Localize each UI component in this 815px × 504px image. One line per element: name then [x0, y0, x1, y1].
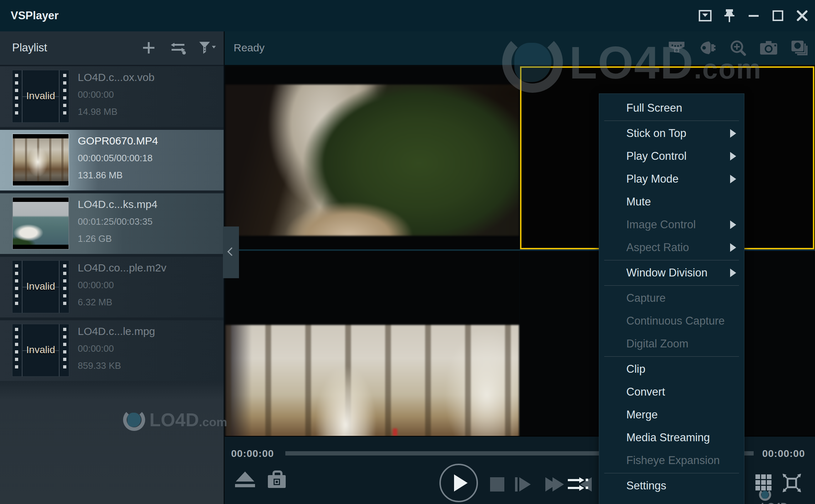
playlist-item[interactable]: Invalid LO4D.c...le.mpg 00:00:00 859.33 … [0, 320, 224, 381]
media-file-name: LO4D.c...le.mpg [78, 325, 155, 337]
playlist-panel: Playlist Invalid LO4D.c...ox.vob [0, 31, 225, 504]
chevron-left-icon [227, 247, 236, 256]
menu-item-clip[interactable]: Clip [599, 358, 744, 381]
menu-item-convert[interactable]: Convert [599, 381, 744, 403]
window-division-grid-button[interactable] [753, 472, 773, 492]
menu-item-capture: Capture [599, 287, 744, 310]
media-file-name: LO4D.c...ox.vob [78, 71, 154, 83]
fast-forward-icon [552, 477, 564, 492]
menu-separator [604, 260, 739, 260]
menu-item-mute[interactable]: Mute [599, 190, 744, 213]
menu-item-stick-on-top[interactable]: Stick on Top [599, 122, 744, 145]
menu-separator [604, 285, 739, 286]
menu-item-file-information: File Information [599, 497, 744, 504]
submenu-arrow-icon [730, 129, 736, 138]
step-forward-icon [519, 477, 531, 492]
eject-icon [236, 472, 254, 482]
media-file-size: 14.98 MB [78, 106, 117, 117]
playlist-item-active[interactable]: LO4D.c...ks.mp4 00:01:25/00:03:35 1.26 G… [0, 193, 224, 254]
camera-side-icon[interactable] [697, 38, 717, 58]
step-forward-button[interactable] [512, 474, 534, 495]
menu-separator [604, 473, 739, 473]
invalid-badge: Invalid [12, 90, 69, 102]
minimize-icon[interactable] [746, 8, 761, 24]
invalid-badge: Invalid [12, 281, 69, 292]
cathedral-video-thumbnail [12, 133, 69, 186]
film-strip-invalid-thumbnail: Invalid [12, 260, 69, 313]
media-file-size: 131.86 MB [78, 170, 123, 181]
media-position: 00:01:25/00:03:35 [78, 216, 153, 227]
film-strip-invalid-thumbnail: Invalid [12, 324, 69, 377]
context-menu: Full Screen Stick on Top Play Control Pl… [599, 93, 744, 504]
playlist-item-selected[interactable]: GOPR0670.MP4 00:00:05/00:00:18 131.86 MB [0, 130, 224, 190]
menu-item-continuous-capture: Continuous Capture [599, 310, 744, 332]
media-duration: 00:00:00 [78, 343, 114, 354]
zoom-in-icon[interactable] [728, 38, 748, 58]
stop-icon [490, 477, 504, 492]
menu-item-play-control[interactable]: Play Control [599, 145, 744, 168]
menu-separator [604, 356, 739, 357]
sort-playlist-icon[interactable] [169, 39, 187, 57]
toolbox-icon [268, 475, 286, 488]
menu-item-fisheye-expansion: Fisheye Expansion [599, 449, 744, 472]
eject-button[interactable] [234, 469, 256, 490]
full-window-button[interactable] [781, 472, 803, 494]
vsplayer-window: VSPlayer Playlist [0, 0, 815, 504]
add-media-icon[interactable] [139, 39, 158, 57]
title-bar: VSPlayer [0, 0, 815, 32]
media-file-size: 859.33 KB [78, 360, 121, 371]
play-order-button[interactable] [566, 474, 589, 495]
submenu-arrow-icon [730, 175, 736, 183]
tray-arrow-icon[interactable] [697, 8, 713, 24]
menu-item-image-control: Image Control [599, 213, 744, 236]
app-title: VSPlayer [11, 0, 58, 31]
playlist-item[interactable]: Invalid LO4D.c...ox.vob 00:00:00 14.98 M… [0, 66, 224, 127]
playlist-item[interactable]: Invalid LO4D.co...ple.m2v 00:00:00 6.32 … [0, 257, 224, 317]
menu-item-window-division[interactable]: Window Division [599, 261, 744, 284]
menu-item-merge[interactable]: Merge [599, 403, 744, 426]
menu-item-settings[interactable]: Settings [599, 474, 744, 497]
media-position: 00:00:05/00:00:18 [78, 153, 153, 164]
media-duration: 00:00:00 [78, 89, 114, 100]
media-file-name: GOPR0670.MP4 [78, 135, 158, 147]
menu-item-media-streaming[interactable]: Media Streaming [599, 426, 744, 449]
filter-playlist-icon[interactable] [198, 39, 217, 57]
coast-video-thumbnail [12, 197, 69, 250]
submenu-arrow-icon [730, 220, 736, 229]
menu-separator [604, 121, 739, 121]
playlist-header: Playlist [0, 31, 224, 66]
playlist-title: Playlist [12, 31, 47, 64]
maximize-icon[interactable] [770, 8, 786, 24]
play-icon [454, 474, 468, 492]
toolbox-button[interactable] [267, 469, 287, 489]
video-pane-top-left[interactable] [225, 66, 519, 249]
capture-icon[interactable] [759, 38, 779, 58]
media-duration: 00:00:00 [78, 280, 114, 291]
menu-item-play-mode[interactable]: Play Mode [599, 168, 744, 190]
play-button[interactable] [439, 464, 478, 502]
pin-icon[interactable] [722, 8, 737, 24]
status-text: Ready [234, 31, 265, 64]
fisheye-camera-icon[interactable] [667, 38, 687, 58]
media-file-size: 6.32 MB [78, 297, 112, 308]
menu-item-aspect-ratio: Aspect Ratio [599, 236, 744, 259]
submenu-arrow-icon [730, 243, 736, 252]
menu-item-digital-zoom: Digital Zoom [599, 332, 744, 355]
player-toolbar: Ready [225, 31, 815, 66]
submenu-arrow-icon [730, 152, 736, 161]
media-file-size: 1.26 GB [78, 233, 112, 244]
collapse-playlist-handle[interactable] [223, 226, 239, 278]
close-icon[interactable] [794, 8, 810, 24]
continuous-capture-icon[interactable] [789, 38, 809, 58]
stop-button[interactable] [487, 474, 507, 494]
play-order-icon [567, 477, 589, 492]
window-controls [697, 0, 810, 31]
video-pane-bottom-left[interactable] [225, 251, 519, 436]
grid-icon [755, 474, 771, 490]
mountain-video-frame [225, 85, 519, 236]
fast-forward-button[interactable] [539, 474, 566, 495]
person-in-red [393, 428, 397, 436]
menu-item-full-screen[interactable]: Full Screen [599, 97, 744, 119]
expand-icon [782, 473, 802, 493]
invalid-badge: Invalid [12, 344, 69, 356]
